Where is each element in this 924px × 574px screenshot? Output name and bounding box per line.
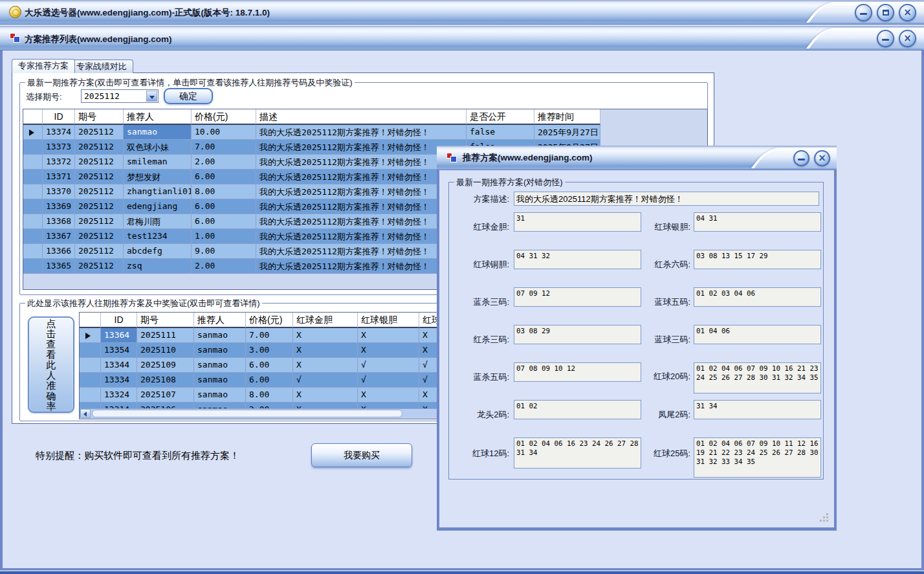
minimize-button[interactable] [877, 30, 894, 47]
cell-id: 13373 [43, 140, 75, 155]
row-header[interactable] [23, 170, 43, 184]
period-label: 选择期号: [26, 91, 62, 103]
column-header[interactable]: 红球银胆 [358, 313, 419, 328]
minimize-button[interactable] [793, 150, 809, 166]
field-value[interactable]: 01 02 04 06 16 23 24 26 27 28 31 34 [514, 437, 641, 469]
column-header[interactable]: 推荐人 [194, 313, 246, 328]
cell-public: false [467, 125, 534, 140]
cell-id: 13354 [101, 343, 137, 358]
cell-time: 2025年9月27日 [534, 125, 600, 140]
column-header[interactable]: ID [101, 313, 137, 328]
row-header[interactable] [23, 155, 43, 170]
table-row[interactable]: 133742025112sanmao10.00我的大乐透2025112期方案推荐… [23, 125, 707, 140]
period-combobox[interactable]: 2025112 [81, 89, 159, 103]
field-value[interactable]: 01 02 04 06 07 09 10 11 12 16 19 21 22 2… [694, 437, 821, 478]
column-header[interactable]: 价格(元) [246, 313, 293, 328]
tab-expert-record[interactable]: 专家战绩对比 [70, 60, 133, 73]
field-value[interactable]: 03 08 29 [514, 325, 641, 344]
cell-gold: X [293, 358, 358, 373]
cell-period: 2025110 [137, 343, 194, 358]
row-header[interactable] [80, 343, 101, 358]
row-header[interactable] [80, 358, 101, 373]
main-titlebar: 大乐透选号器(www.edengjiang.com)-正式版(版本号: 18.7… [0, 0, 924, 25]
scrollbar-thumb[interactable] [92, 410, 402, 417]
column-header[interactable]: ID [43, 109, 75, 125]
window-border-bottom [0, 568, 924, 574]
column-header[interactable]: 期号 [137, 313, 194, 328]
form-icon [10, 33, 20, 43]
cell-id: 13365 [43, 259, 75, 274]
field-value[interactable]: 07 08 09 10 12 [514, 362, 641, 382]
accuracy-button[interactable]: 点击查看此人准确率 [28, 316, 74, 413]
close-icon: × [903, 8, 912, 17]
grid-corner[interactable] [80, 313, 101, 328]
field-value[interactable]: 04 31 32 [514, 250, 641, 269]
scroll-left-icon[interactable] [80, 409, 91, 418]
row-header[interactable] [23, 199, 43, 214]
row-header[interactable] [23, 214, 43, 229]
row-header[interactable] [80, 388, 101, 403]
cell-period: 2025112 [75, 155, 124, 170]
minimize-button[interactable] [855, 4, 872, 21]
row-header[interactable] [23, 259, 43, 274]
field-value[interactable]: 01 02 03 04 06 [694, 287, 821, 307]
cell-period: 2025112 [75, 140, 124, 155]
cell-recommender: 双色球小妹 [124, 140, 192, 155]
cell-desc: 我的大乐透2025112期方案推荐！对错勿怪！ [256, 155, 467, 170]
field-label: 蓝球五码: [636, 296, 690, 308]
app-window: 大乐透选号器(www.edengjiang.com)-正式版(版本号: 18.7… [0, 0, 924, 574]
field-value[interactable]: 01 02 [514, 400, 641, 419]
form-icon [446, 153, 457, 162]
field-value[interactable]: 01 04 06 [694, 325, 821, 344]
buy-button[interactable]: 我要购买 [311, 443, 412, 467]
main-window-title: 大乐透选号器(www.edengjiang.com)-正式版(版本号: 18.7… [25, 7, 270, 19]
cell-desc: 我的大乐透2025112期方案推荐！对错勿怪！ [256, 184, 467, 199]
maximize-button[interactable] [877, 4, 894, 21]
cell-gold: X [293, 328, 358, 343]
field-value[interactable]: 07 09 12 [514, 287, 641, 307]
row-header[interactable] [23, 229, 43, 244]
cell-desc: 我的大乐透2025112期方案推荐！对错勿怪！ [256, 244, 467, 259]
field-value[interactable]: 我的大乐透2025112期方案推荐！对错勿怪！ [514, 192, 819, 206]
cell-price: 10.00 [192, 125, 256, 140]
row-header[interactable] [80, 328, 101, 343]
cell-period: 2025111 [137, 328, 194, 343]
cell-silver: X [358, 328, 419, 343]
field-value[interactable]: 03 08 13 15 17 29 [694, 250, 821, 269]
column-header[interactable]: 红球金胆 [293, 313, 358, 328]
field-value[interactable]: 04 31 [694, 212, 821, 232]
field-value[interactable]: 01 02 04 06 07 09 10 16 21 23 24 25 26 2… [694, 362, 821, 393]
row-header[interactable] [80, 373, 101, 388]
chevron-down-icon[interactable] [146, 91, 157, 102]
list-window-title: 方案推荐列表(www.edengjiang.com) [25, 34, 172, 45]
column-header[interactable]: 描述 [256, 109, 467, 125]
cell-recommender: sanmao [194, 388, 246, 403]
column-header[interactable]: 期号 [75, 109, 124, 125]
current-row-arrow-icon [29, 129, 34, 136]
confirm-button[interactable]: 确定 [164, 88, 213, 104]
field-label: 蓝杀三码: [455, 296, 509, 308]
column-header[interactable]: 推荐人 [124, 109, 192, 125]
cell-id: 13369 [43, 199, 75, 214]
row-header[interactable] [23, 184, 43, 199]
cell-recommender: abcdefg [124, 244, 192, 259]
cell-recommender: edengjiang [124, 199, 192, 214]
field-label: 红球金胆: [455, 221, 509, 233]
resize-grip[interactable] [820, 514, 828, 522]
cell-price: 6.00 [246, 358, 293, 373]
column-header[interactable]: 是否公开 [467, 109, 534, 125]
close-button[interactable]: × [899, 4, 916, 21]
column-header[interactable]: 推荐时间 [534, 109, 600, 125]
grid-corner[interactable] [23, 109, 43, 125]
close-button[interactable]: × [814, 150, 830, 166]
tab-expert-plans[interactable]: 专家推荐方案 [12, 59, 75, 73]
field-value[interactable]: 31 34 [694, 400, 821, 419]
close-button[interactable]: × [899, 30, 916, 47]
plan-dialog: 推荐方案(www.edengjiang.com) × 最新一期推荐方案(对错勿怪… [437, 146, 837, 531]
row-header[interactable] [23, 125, 43, 140]
row-header[interactable] [23, 140, 43, 155]
cell-price: 3.00 [246, 343, 293, 358]
column-header[interactable]: 价格(元) [192, 109, 256, 125]
field-value[interactable]: 31 [514, 212, 641, 232]
row-header[interactable] [23, 244, 43, 259]
